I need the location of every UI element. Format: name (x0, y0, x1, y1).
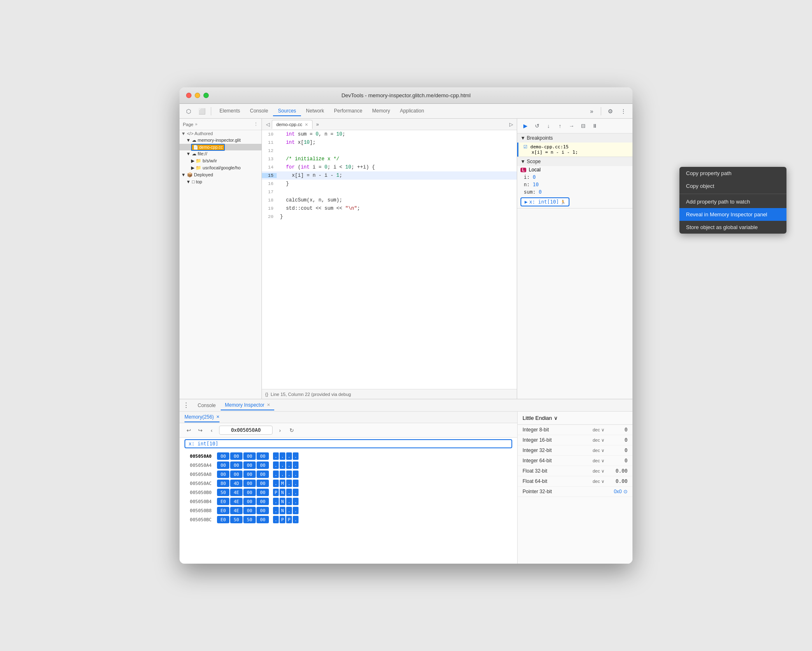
int64-format[interactable]: dec ∨ (593, 458, 604, 464)
nav-back-btn[interactable]: ↩ (184, 426, 193, 434)
settings-icon[interactable]: ⚙ (604, 105, 616, 117)
bottom-tab-memory-inspector[interactable]: Memory Inspector ✕ (221, 400, 274, 410)
memory-address-input[interactable] (219, 426, 273, 435)
nav-refresh-btn[interactable]: ↻ (287, 426, 296, 434)
step-out-btn[interactable]: → (567, 121, 576, 131)
context-copy-property-path[interactable]: Copy property path (679, 167, 786, 180)
code-tab-close[interactable]: ✕ (305, 122, 308, 127)
endian-selector[interactable]: Little Endian ∨ (523, 415, 558, 421)
mem-byte[interactable]: 00 (257, 507, 269, 514)
tab-memory[interactable]: Memory (367, 106, 395, 116)
tree-memory-inspector[interactable]: ▼ ☁ memory-inspector.glit (180, 137, 261, 144)
mem-byte[interactable]: 00 (217, 471, 229, 478)
mem-byte[interactable]: 00 (243, 452, 256, 460)
mem-byte[interactable]: 50 (243, 516, 256, 523)
breakpoint-item[interactable]: ☑ demo-cpp.cc:15 x[i] = n - i - 1; (517, 143, 632, 157)
navigate-back-icon[interactable]: ◁ (264, 120, 272, 129)
pause-on-exception-btn[interactable]: ↺ (532, 121, 542, 131)
mem-byte[interactable]: E0 (217, 498, 229, 505)
mem-byte[interactable]: 00 (230, 452, 243, 460)
pointer-link[interactable]: 0x0 ⊙ (614, 489, 628, 494)
mem-byte[interactable]: 00 (257, 516, 269, 523)
mem-byte[interactable]: 50 (230, 516, 243, 523)
code-tab-demo-cpp[interactable]: demo-cpp.cc ✕ (272, 120, 313, 129)
mem-byte[interactable]: 00 (257, 452, 269, 460)
tree-file[interactable]: ▼ ☁ file:// (180, 150, 261, 157)
mem-byte[interactable]: 4D (230, 480, 243, 487)
mem-byte[interactable]: 00 (243, 498, 256, 505)
mem-byte[interactable]: 00 (257, 489, 269, 496)
bottom-tab-console[interactable]: Console (194, 401, 220, 410)
mem-byte[interactable]: 00 (257, 471, 269, 478)
more-options-icon[interactable]: ⋮ (618, 105, 629, 117)
mem-byte[interactable]: 00 (243, 489, 256, 496)
mem-byte[interactable]: 50 (217, 489, 229, 496)
more-tabs-icon[interactable]: » (586, 105, 597, 117)
mem-byte[interactable]: 00 (243, 461, 256, 469)
context-reveal-memory-inspector[interactable]: Reveal in Memory Inspector panel (679, 208, 786, 221)
tab-performance[interactable]: Performance (329, 106, 367, 116)
mem-byte[interactable]: 00 (217, 461, 229, 469)
mem-byte[interactable]: E0 (217, 516, 229, 523)
minimize-button[interactable] (195, 93, 200, 98)
mem-byte[interactable]: 00 (243, 480, 256, 487)
tree-bsw[interactable]: ▶ 📁 b/s/w/ir (180, 157, 261, 164)
more-pages-icon[interactable]: » (195, 122, 198, 126)
close-button[interactable] (186, 93, 191, 98)
deactivate-btn[interactable]: ⊟ (578, 121, 588, 131)
float32-format[interactable]: dec ∨ (593, 468, 604, 474)
mem-byte[interactable]: 00 (230, 471, 243, 478)
memory-256-tab[interactable]: Memory(256) ✕ (184, 412, 219, 422)
int32-format[interactable]: dec ∨ (593, 448, 604, 453)
mem-byte[interactable]: 00 (243, 471, 256, 478)
mem-byte[interactable]: 4E (230, 498, 243, 505)
int8-format[interactable]: dec ∨ (593, 427, 604, 433)
mem-byte[interactable]: 00 (243, 507, 256, 514)
tree-top[interactable]: ▼ □ top (180, 178, 261, 185)
mem-byte[interactable]: 00 (257, 498, 269, 505)
fullscreen-button[interactable] (203, 93, 209, 98)
tab-elements[interactable]: Elements (215, 106, 245, 116)
resume-btn[interactable]: ▶ (520, 121, 530, 131)
memory-x-badge[interactable]: x: int[10] (184, 439, 512, 448)
step-into-btn[interactable]: ↑ (555, 121, 565, 131)
more-code-tabs-icon[interactable]: » (313, 120, 322, 129)
pause-btn[interactable]: ⏸ (590, 121, 600, 131)
scope-header[interactable]: ▼ Scope (517, 157, 632, 166)
mem-byte[interactable]: 00 (230, 461, 243, 469)
tree-usr[interactable]: ▶ 📁 usr/local/google/ho (180, 164, 261, 171)
float64-format[interactable]: dec ∨ (593, 479, 604, 484)
mem-byte[interactable]: 4E (230, 507, 243, 514)
navigate-to-pointer-icon[interactable]: ⊙ (623, 489, 628, 494)
nav-prev-btn[interactable]: ‹ (208, 426, 216, 434)
nav-forward-btn[interactable]: ↪ (196, 426, 204, 434)
mem-byte[interactable]: 00 (257, 461, 269, 469)
x-array-badge[interactable]: ▶ x: int[10] 🏃 (520, 197, 569, 206)
mem-byte[interactable]: 00 (257, 480, 269, 487)
device-icon[interactable]: ⬜ (196, 105, 208, 117)
tab-sources[interactable]: Sources (273, 106, 301, 116)
mem-byte[interactable]: E0 (217, 507, 229, 514)
breakpoints-header[interactable]: ▼ Breakpoints (517, 133, 632, 143)
mem-byte[interactable]: 4E (230, 489, 243, 496)
cursor-icon[interactable]: ⬡ (183, 105, 194, 117)
context-copy-object[interactable]: Copy object (679, 180, 786, 192)
code-editor[interactable]: 10 int sum = 0, n = 10; 11 int x[10]; 12… (262, 130, 517, 389)
nav-next-btn[interactable]: › (276, 426, 284, 434)
memory-inspector-close[interactable]: ✕ (267, 403, 270, 407)
run-icon[interactable]: ▷ (507, 120, 515, 129)
format-icon[interactable]: {} (265, 392, 268, 397)
tree-demo-cpp[interactable]: 📄 demo-cpp.cc (180, 144, 261, 150)
int16-format[interactable]: dec ∨ (593, 438, 604, 443)
bottom-panel-menu[interactable]: ⋮ (183, 401, 189, 409)
tab-network[interactable]: Network (301, 106, 329, 116)
memory-tab-close[interactable]: ✕ (216, 414, 219, 419)
mem-byte[interactable]: 80 (217, 480, 229, 487)
tree-authored[interactable]: ▼ </> Authored (180, 130, 261, 137)
tab-application[interactable]: Application (395, 106, 429, 116)
file-panel-menu-icon[interactable]: ⋮ (254, 122, 258, 127)
tree-deployed[interactable]: ▼ 📦 Deployed (180, 171, 261, 178)
tab-console[interactable]: Console (245, 106, 273, 116)
context-add-to-watch[interactable]: Add property path to watch (679, 195, 786, 208)
context-store-global-variable[interactable]: Store object as global variable (679, 221, 786, 234)
